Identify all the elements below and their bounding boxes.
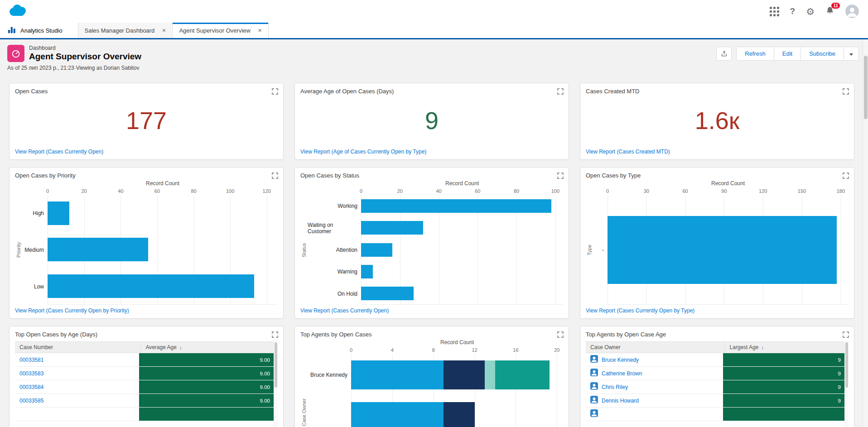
bar-segment[interactable]: [48, 202, 69, 225]
bar-segment[interactable]: [351, 360, 444, 389]
bar-segment[interactable]: [444, 402, 474, 427]
expand-widget-button[interactable]: [556, 87, 564, 97]
bar-segment[interactable]: [361, 199, 551, 213]
expand-widget-button[interactable]: [842, 331, 850, 340]
analytics-studio-home[interactable]: Analytics Studio: [0, 23, 78, 38]
sort-desc-icon: ↓: [179, 345, 182, 350]
table-row: Bruce Kennedy9: [586, 353, 844, 367]
app-launcher-icon[interactable]: [770, 7, 779, 16]
column-header-label[interactable]: Case Number: [15, 342, 141, 353]
axis-tick-label: 20: [82, 188, 87, 194]
close-tab-icon[interactable]: ✕: [162, 28, 166, 34]
edit-button[interactable]: Edit: [774, 47, 801, 61]
value-bar: 9: [723, 394, 844, 407]
dashboard-actions: Refresh Edit Subscribe: [736, 47, 859, 61]
column-header-value[interactable]: Largest Age↓: [725, 342, 849, 353]
view-report-link[interactable]: View Report (Cases Currently Open): [300, 307, 389, 314]
column-header-value[interactable]: Average Age↓: [141, 342, 278, 353]
bar-segment[interactable]: [48, 238, 148, 261]
category-label: Warning: [308, 261, 361, 283]
scrollbar-thumb[interactable]: [864, 56, 868, 119]
axis-tick-label: 90: [721, 188, 727, 194]
bar-segment[interactable]: [361, 221, 423, 235]
expand-icon: [272, 331, 278, 338]
view-report-link[interactable]: View Report (Cases Currently Open): [15, 149, 103, 155]
axis-tick-label: 20: [554, 347, 559, 353]
bar-segment[interactable]: [444, 360, 485, 389]
view-report-link[interactable]: View Report (Cases Currently Open by Typ…: [586, 307, 694, 314]
value-bar: 9.00: [139, 367, 274, 380]
refresh-button[interactable]: Refresh: [736, 47, 774, 61]
expand-icon: [557, 173, 564, 179]
view-report-link[interactable]: View Report (Age of Cases Currently Open…: [300, 149, 426, 155]
axis-tick-label: 8: [432, 347, 435, 353]
help-icon[interactable]: ?: [790, 6, 796, 16]
record-link[interactable]: Bruce Kennedy: [602, 357, 639, 363]
widget-title: Top Open Cases by Age (Days): [15, 331, 278, 338]
share-icon: [721, 50, 728, 57]
x-axis-title: Record Count: [351, 339, 563, 345]
table-row: 000335819.00: [15, 353, 274, 367]
value-bar: 9: [723, 353, 844, 366]
cell-value: 9: [838, 371, 841, 376]
table-scrollbar[interactable]: [274, 341, 278, 427]
bar-segment[interactable]: [495, 360, 550, 389]
record-link[interactable]: 00033585: [19, 398, 43, 404]
avatar[interactable]: [845, 5, 859, 18]
kpi-value: 9: [300, 95, 563, 146]
table-row: [586, 408, 844, 421]
table-scrollbar-thumb[interactable]: [275, 342, 277, 388]
record-link[interactable]: Dennis Howard: [602, 398, 639, 404]
close-tab-icon[interactable]: ✕: [258, 28, 262, 34]
expand-widget-button[interactable]: [271, 331, 279, 340]
more-actions-button[interactable]: [844, 47, 859, 61]
vertical-scrollbar[interactable]: [863, 39, 868, 427]
view-report-link[interactable]: View Report (Cases Currently Open by Pri…: [15, 307, 129, 314]
salesforce-logo[interactable]: [7, 3, 28, 19]
column-header-label[interactable]: Case Owner: [586, 342, 725, 353]
table-scrollbar-thumb[interactable]: [845, 342, 848, 388]
axis-tick-label: 60: [475, 188, 480, 194]
record-link[interactable]: Catherine Brown: [602, 370, 642, 377]
axis-tick-label: 0: [350, 347, 352, 353]
category-label: Low: [22, 268, 48, 305]
widget-open-cases-by-priority: Open Cases by Priority Record Count02040…: [9, 167, 284, 319]
axis-tick-label: 4: [391, 347, 394, 353]
dashboard-header: Dashboard Agent Supervisor Overview As o…: [0, 39, 868, 77]
sort-desc-icon: ↓: [761, 345, 764, 350]
expand-widget-button[interactable]: [271, 87, 279, 97]
bar-row: [361, 239, 563, 260]
tab-agent-supervisor-overview[interactable]: Agent Supervisor Overview ✕: [173, 23, 269, 38]
avatar: [590, 369, 598, 378]
bar-segment[interactable]: [608, 216, 837, 284]
subscribe-button[interactable]: Subscribe: [801, 47, 844, 61]
expand-icon: [557, 331, 564, 338]
bar-segment[interactable]: [485, 360, 495, 389]
analytics-studio-icon: [7, 25, 16, 36]
expand-icon: [843, 331, 849, 338]
bar-segment[interactable]: [351, 402, 444, 427]
expand-icon: [557, 88, 564, 95]
record-link[interactable]: 00033583: [19, 370, 43, 377]
expand-widget-button[interactable]: [842, 87, 850, 97]
bar-segment[interactable]: [361, 287, 414, 300]
value-bar: 9.00: [139, 380, 274, 393]
dashboard-meta: As of 25 лип 2023 р., 21:23·Viewing as D…: [7, 65, 141, 71]
record-link[interactable]: 00033584: [19, 384, 43, 390]
record-link[interactable]: 00033581: [19, 357, 43, 363]
bar-segment[interactable]: [361, 265, 373, 278]
record-link[interactable]: Chris Riley: [602, 384, 628, 390]
widget-open-cases-by-type: Open Cases by Type Record Count030609012…: [580, 167, 854, 319]
view-report-link[interactable]: View Report (Cases Created MTD): [586, 149, 670, 155]
dashboard-canvas: Open Cases 177 View Report (Cases Curren…: [0, 77, 868, 427]
setup-icon[interactable]: ⚙: [806, 7, 815, 16]
notifications-icon[interactable]: 11: [825, 6, 834, 17]
share-button[interactable]: [716, 47, 732, 61]
widget-title: Open Cases by Status: [300, 172, 563, 179]
widget-title: Top Agents by Open Cases: [300, 331, 563, 338]
bar-segment[interactable]: [361, 243, 392, 257]
priority-bar-chart: Record Count020406080100120PriorityHighM…: [15, 180, 278, 305]
bar-segment[interactable]: [48, 274, 254, 298]
table-scrollbar[interactable]: [844, 341, 849, 427]
tab-sales-manager-dashboard[interactable]: Sales Manager Dashboard ✕: [78, 23, 173, 38]
